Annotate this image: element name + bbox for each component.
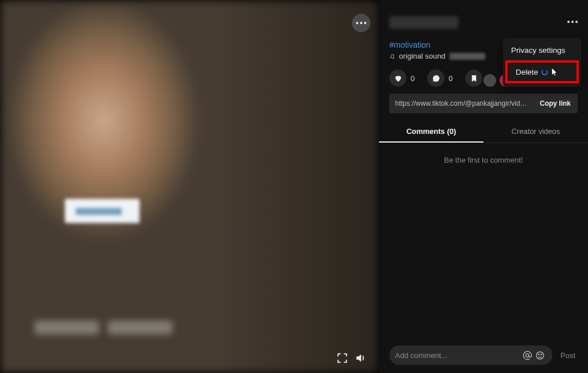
video-lowerthird-left: [34, 321, 99, 334]
comment-input[interactable]: Add comment...: [389, 345, 552, 365]
tab-creator-videos[interactable]: Creator videos: [483, 121, 588, 143]
sound-label: original sound: [399, 52, 446, 60]
empty-comments-text: Be the first to comment!: [379, 143, 588, 177]
share-url[interactable]: https://www.tiktok.com/@pankajjangir/vid…: [389, 99, 533, 107]
expand-icon[interactable]: [335, 351, 350, 366]
svg-point-2: [539, 354, 539, 355]
sound-author-blur: [450, 53, 485, 60]
tab-comments[interactable]: Comments (0): [379, 121, 483, 143]
comment-icon: [427, 70, 444, 87]
menu-delete-label: Delete: [516, 68, 538, 76]
details-more-button[interactable]: [567, 21, 578, 23]
details-header: [379, 0, 588, 32]
copy-link-button[interactable]: Copy link: [533, 99, 578, 107]
svg-point-0: [526, 353, 529, 357]
share-url-row: https://www.tiktok.com/@pankajjangir/vid…: [389, 94, 578, 113]
video-caption-text: [76, 208, 122, 215]
video-edge-shade: [212, 0, 379, 373]
menu-privacy-settings[interactable]: Privacy settings: [503, 41, 581, 59]
svg-point-1: [537, 352, 544, 359]
heart-icon: [389, 70, 407, 87]
tabs-row: Comments (0) Creator videos: [379, 121, 588, 143]
panel-spacer: [379, 177, 588, 339]
music-note-icon: ♫: [389, 52, 395, 60]
cursor-icon: [551, 67, 558, 76]
svg-point-3: [541, 354, 541, 355]
options-menu: Privacy settings Delete: [503, 38, 581, 87]
author-handle[interactable]: [389, 16, 458, 29]
like-button[interactable]: 0: [389, 70, 415, 87]
share-embed-icon[interactable]: [483, 74, 496, 87]
details-panel: #motivation ♫ original sound 0 0 0: [379, 0, 588, 373]
loading-spinner-icon: [541, 69, 548, 75]
menu-delete[interactable]: Delete: [505, 60, 579, 83]
post-button[interactable]: Post: [558, 351, 578, 360]
video-lowerthird-right: [108, 321, 172, 334]
comment-composer: Add comment... Post: [389, 345, 578, 365]
mention-icon[interactable]: [521, 349, 534, 362]
like-count: 0: [411, 74, 415, 83]
comment-count: 0: [448, 74, 452, 83]
comment-placeholder: Add comment...: [395, 351, 521, 360]
video-more-button[interactable]: [352, 14, 370, 32]
comment-button[interactable]: 0: [427, 70, 452, 87]
bookmark-icon: [465, 70, 482, 87]
volume-icon[interactable]: [353, 351, 368, 366]
emoji-icon[interactable]: [534, 349, 547, 362]
